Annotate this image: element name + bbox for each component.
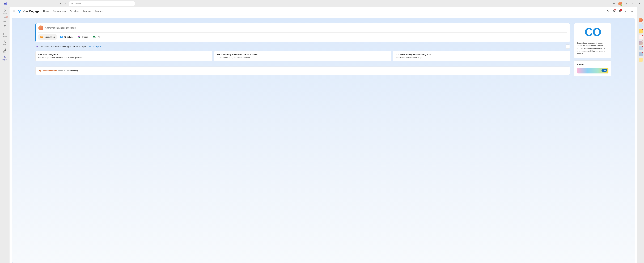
rail-label: Teams [3,28,7,29]
rail-label: Activity [2,12,7,14]
calendar-icon [3,32,6,35]
suggestion-card[interactable]: The community Women at Contoso is active… [214,51,391,61]
engage-more-button[interactable] [629,9,634,14]
window-minimize-button[interactable] [624,1,630,6]
rail-item-calls[interactable]: Calls [1,39,9,46]
rail-item-activity[interactable]: Activity [1,8,9,15]
discussion-icon [40,35,44,39]
analytics-button[interactable] [623,9,628,14]
svg-line-26 [608,12,609,12]
rail-more-button[interactable] [1,62,9,68]
right-rail-community[interactable] [638,46,643,50]
svg-rect-30 [40,36,43,38]
svg-rect-37 [93,36,95,36]
engage-brand-text: Viva Engage [23,10,40,13]
refresh-icon [566,45,569,48]
hamburger-button[interactable] [11,9,16,14]
right-rail-community[interactable] [638,29,643,33]
bell-icon [3,9,6,12]
engage-tabs: Home Communities Storylines Leaders Answ… [43,8,103,15]
unread-dot-icon [642,46,643,47]
unread-dot-icon [642,40,643,41]
suggestion-title: The community Women at Contoso is active [217,53,388,56]
right-rail-community[interactable] [638,58,643,62]
global-search[interactable] [69,1,135,6]
more-options-button[interactable] [611,1,616,6]
window-maximize-button[interactable] [630,1,636,6]
post-type-label: Discussion [45,36,55,38]
people-icon [3,25,6,28]
post-type-praise[interactable]: Praise [76,34,90,40]
copilot-suggestion-bar: Get started with ideas and suggestions f… [36,44,570,49]
search-icon [71,2,73,5]
nav-forward-button[interactable] [63,1,68,6]
engage-body: Discussion ? Question Praise [10,15,637,263]
svg-point-13 [4,25,5,26]
right-rail [637,7,644,263]
suggestion-cards: Culture of recognition How does your tea… [36,51,570,61]
rail-item-chat[interactable]: Chat 1 [1,16,9,23]
hero-panel: Discussion ? Question Praise [12,18,635,263]
post-type-label: Praise [82,36,88,38]
engage-brand: Viva Engage [17,9,40,13]
open-copilot-link[interactable]: Open Copilot [89,45,101,48]
unread-dot-icon [642,29,643,30]
nav-back-button[interactable] [59,1,63,6]
rail-item-files[interactable]: Files [1,46,9,54]
hero-main-column: Discussion ? Question Praise [36,23,570,76]
hero-right-column: CO Connect and engage with people across… [574,23,612,76]
engage-app: Viva Engage Home Communities Storylines … [10,7,637,263]
rail-item-teams[interactable]: Teams [1,23,9,31]
tab-communities[interactable]: Communities [53,8,66,15]
more-icon [630,10,633,12]
search-input[interactable] [74,2,133,5]
post-type-label: Poll [98,36,101,38]
right-rail-community[interactable] [638,41,643,45]
notifications-button[interactable]: 12 [611,9,616,14]
hamburger-icon [12,10,15,12]
announcement-label: Announcement [42,70,56,72]
window-close-button[interactable] [637,1,642,6]
rail-item-calendar[interactable]: Calendar [1,31,9,39]
praise-icon [78,35,81,39]
svg-point-21 [5,65,6,65]
svg-line-5 [72,4,73,4]
tab-storylines[interactable]: Storylines [70,8,79,15]
composer-input[interactable] [45,27,567,29]
suggestion-card[interactable]: The Give Campaign is happening now Share… [393,51,570,61]
unread-dot-icon [642,23,643,24]
file-icon [3,48,6,51]
svg-rect-3 [6,3,7,5]
svg-point-36 [79,36,80,37]
svg-point-25 [607,10,608,12]
refresh-suggestions-button[interactable] [566,44,570,49]
right-rail-community[interactable] [638,52,643,56]
community-link[interactable]: All Company [66,70,78,72]
copilot-icon [36,45,38,48]
engage-header: Viva Engage Home Communities Storylines … [10,7,637,15]
engage-icon [3,56,6,59]
engage-search-button[interactable] [605,9,610,14]
tab-home[interactable]: Home [43,8,49,15]
rail-label: Engage [2,59,7,60]
inbox-button[interactable]: 5 [617,9,622,14]
user-avatar[interactable] [618,2,622,5]
tab-answers[interactable]: Answers [95,8,103,15]
right-rail-community[interactable] [638,24,643,28]
post-type-discussion[interactable]: Discussion [38,34,56,40]
post-type-question[interactable]: ? Question [58,34,74,40]
right-rail-avatar[interactable] [638,18,643,22]
org-logo: CO [577,26,608,38]
post-composer[interactable]: Discussion ? Question Praise [36,23,570,42]
right-rail-community[interactable] [638,35,643,39]
app-shell: Activity Chat 1 Teams Calendar Calls Fil… [0,7,644,263]
rail-item-engage[interactable]: Engage [1,54,9,62]
svg-point-2 [6,2,7,3]
post-type-poll[interactable]: Poll [91,34,103,40]
svg-point-4 [71,3,73,4]
feed-post[interactable]: Announcement posted in All Company [36,66,570,75]
suggestion-card[interactable]: Culture of recognition How does your tea… [36,51,212,61]
event-thumbnail[interactable]: Live [577,68,608,73]
about-text: Connect and engage with people across th… [577,42,608,55]
tab-leaders[interactable]: Leaders [83,8,91,15]
